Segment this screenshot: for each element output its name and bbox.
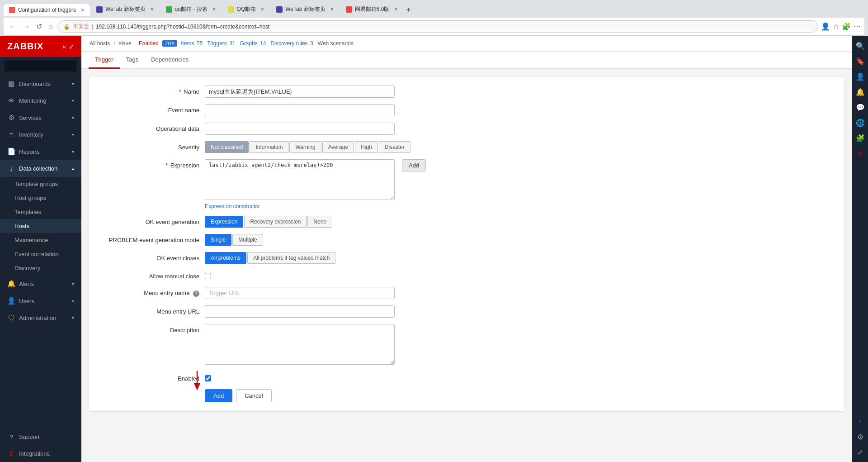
sidebar-item-data-collection[interactable]: ↓ Data collection ▴: [0, 160, 81, 177]
problem-event-multiple[interactable]: Multiple: [232, 234, 263, 246]
menu-entry-name-help-icon[interactable]: ?: [193, 291, 199, 297]
nav-all-hosts[interactable]: All hosts: [89, 38, 111, 48]
right-icon-bell[interactable]: 🔔: [853, 85, 868, 99]
address-bar[interactable]: 🔒 不安全 | 192.168.116.140/triggers.php?hos…: [57, 20, 818, 33]
browser-tab-5[interactable]: WeTab 新标签页 ✕: [271, 3, 339, 16]
tab-close-btn[interactable]: ✕: [80, 7, 85, 13]
home-btn[interactable]: ⌂: [47, 22, 55, 32]
right-icon-settings[interactable]: ⚙: [853, 429, 868, 444]
sidebar-item-monitoring[interactable]: 👁 Monitoring ▾: [0, 92, 81, 109]
browser-tab-3[interactable]: qq邮箱 - 搜索 ✕: [160, 3, 222, 16]
expression-required-star: *: [165, 162, 168, 169]
form-tabs: Trigger Tags Dependencies: [81, 52, 852, 69]
browser-tab-active[interactable]: Configuration of triggers ✕: [4, 4, 90, 16]
nav-enabled[interactable]: Enabled: [138, 38, 160, 48]
forward-btn[interactable]: →: [21, 22, 32, 32]
nav-items[interactable]: Items 75: [180, 38, 203, 48]
sev-information[interactable]: Information: [250, 141, 288, 153]
sidebar-sub-template-groups[interactable]: Template groups: [0, 177, 81, 191]
name-input[interactable]: [205, 86, 395, 98]
nav-slave[interactable]: slave: [118, 38, 132, 48]
tab-close-btn-6[interactable]: ✕: [394, 6, 398, 12]
new-tab-btn[interactable]: +: [404, 5, 413, 16]
cancel-button[interactable]: Cancel: [236, 389, 271, 402]
menu-entry-url-input[interactable]: [205, 305, 395, 318]
right-icon-translate[interactable]: 🌐: [853, 115, 868, 130]
sidebar-item-inventory[interactable]: ≡ Inventory ▾: [0, 126, 81, 143]
browser-tab-6[interactable]: 网易邮箱6.0版 ✕: [340, 3, 404, 16]
expression-add-button[interactable]: Add: [402, 159, 426, 171]
sidebar-item-integrations[interactable]: Z Integrations: [0, 445, 81, 462]
problem-event-single[interactable]: Single: [205, 234, 231, 246]
sev-not-classified[interactable]: Not classified: [205, 141, 249, 153]
sev-disaster[interactable]: Disaster: [379, 141, 410, 153]
sidebar-item-support[interactable]: ? Support: [0, 429, 81, 445]
profile-btn[interactable]: 👤: [821, 22, 830, 31]
star-btn[interactable]: ☆: [833, 22, 839, 31]
ok-event-expression[interactable]: Expression: [205, 216, 243, 228]
sidebar-sub-maintenance[interactable]: Maintenance: [0, 233, 81, 247]
sidebar-item-alerts[interactable]: 🔔 Alerts ▾: [0, 275, 81, 292]
browser-tab-2[interactable]: WeTab 新标签页 ✕: [91, 3, 159, 16]
nav-discovery-rules[interactable]: Discovery rules 3: [270, 38, 314, 48]
sidebar-item-users[interactable]: 👤 Users ▾: [0, 292, 81, 310]
ok-event-none[interactable]: None: [307, 216, 332, 228]
menu-btn[interactable]: ⋯: [854, 22, 861, 31]
sidebar-sub-templates[interactable]: Templates: [0, 205, 81, 219]
expression-textarea[interactable]: last(/zabbix_agent2/check_msrelay)>200: [205, 159, 395, 200]
sev-high[interactable]: High: [355, 141, 378, 153]
tab-close-btn-2[interactable]: ✕: [150, 6, 154, 12]
sev-warning[interactable]: Warning: [289, 141, 321, 153]
menu-entry-url-row: Menu entry URL: [100, 305, 833, 318]
extension-btn[interactable]: 🧩: [842, 22, 851, 31]
collapse-btn[interactable]: «: [62, 43, 66, 50]
right-icon-puzzle[interactable]: 🧩: [853, 131, 868, 145]
right-icon-add[interactable]: +: [853, 414, 868, 429]
ok-event-recovery[interactable]: Recovery expression: [244, 216, 307, 228]
event-name-label: Event name: [100, 104, 199, 114]
sidebar-sub-event-correlation[interactable]: Event correlation: [0, 247, 81, 261]
allow-manual-close-checkbox[interactable]: [205, 273, 211, 279]
nav-triggers[interactable]: Triggers 31: [206, 38, 236, 48]
right-icon-expand[interactable]: ⤢: [853, 445, 868, 459]
browser-tab-4[interactable]: QQ邮箱 ✕: [222, 3, 270, 16]
right-icon-chat[interactable]: 💬: [853, 100, 868, 114]
right-icon-search[interactable]: 🔍: [853, 38, 868, 53]
tab-close-btn-4[interactable]: ✕: [260, 6, 264, 12]
sidebar-sub-hosts[interactable]: Hosts: [0, 219, 81, 233]
enabled-checkbox[interactable]: [205, 375, 211, 381]
nav-web-scenarios[interactable]: Web scenarios: [317, 38, 354, 48]
operational-data-input[interactable]: [205, 123, 395, 135]
expression-constructor-link[interactable]: Expression constructor: [205, 203, 395, 210]
description-textarea[interactable]: [205, 324, 395, 365]
expand-btn[interactable]: ⤢: [69, 43, 74, 50]
sidebar-item-services[interactable]: ⚙ Services ▾: [0, 109, 81, 126]
nav-graphs[interactable]: Graphs 14: [239, 38, 267, 48]
event-name-input[interactable]: [205, 104, 395, 116]
tab-close-btn-5[interactable]: ✕: [330, 6, 334, 12]
search-input[interactable]: [5, 61, 77, 71]
sidebar-item-administration[interactable]: 🛡 Administration ▾: [0, 310, 81, 326]
submit-add-button[interactable]: Add: [205, 389, 232, 402]
ok-closes-tag-match[interactable]: All problems if tag values match: [247, 252, 335, 264]
refresh-btn[interactable]: ↺: [34, 21, 44, 32]
back-btn[interactable]: ←: [7, 22, 18, 32]
right-icon-x[interactable]: ✕: [853, 146, 868, 161]
data-collection-icon: ↓: [7, 165, 15, 172]
operational-data-control: [205, 123, 431, 135]
menu-entry-name-input[interactable]: [205, 287, 395, 299]
right-icon-user[interactable]: 👤: [853, 69, 868, 84]
sidebar-item-dashboards[interactable]: ▦ Dashboards ▾: [0, 75, 81, 92]
right-icon-bookmark[interactable]: 🔖: [853, 54, 868, 68]
tab-close-btn-3[interactable]: ✕: [212, 6, 216, 12]
sidebar-item-reports[interactable]: 📄 Reports ▾: [0, 143, 81, 160]
sev-average[interactable]: Average: [322, 141, 354, 153]
action-row: Add Cancel: [100, 389, 833, 402]
ok-event-closes-row: OK event closes All problems All problem…: [100, 252, 833, 264]
tab-dependencies[interactable]: Dependencies: [145, 52, 195, 69]
tab-trigger[interactable]: Trigger: [89, 52, 120, 69]
sidebar-sub-discovery[interactable]: Discovery: [0, 261, 81, 275]
tab-tags[interactable]: Tags: [120, 52, 145, 69]
ok-closes-all-problems[interactable]: All problems: [205, 252, 246, 264]
sidebar-sub-host-groups[interactable]: Host groups: [0, 191, 81, 205]
